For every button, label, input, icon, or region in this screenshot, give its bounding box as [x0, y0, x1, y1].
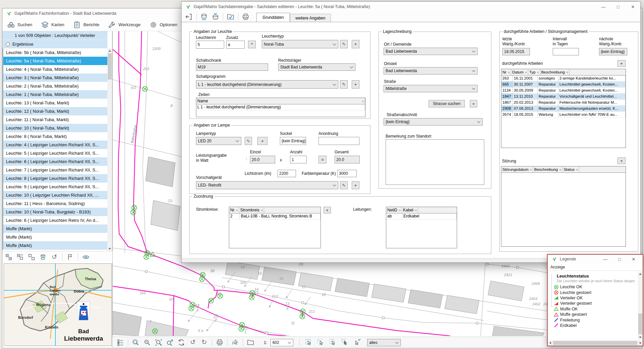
stromkreise-table[interactable]: NrStromkreis 2BaLi-10B - BaLi, Nordring,… — [229, 207, 321, 248]
scroll-down-icon[interactable] — [638, 335, 643, 340]
sort-circle-icon[interactable] — [508, 70, 510, 74]
zoom-in-icon[interactable] — [132, 339, 140, 346]
select-c-icon[interactable] — [28, 253, 35, 261]
result-list-item[interactable]: Leuchte: 4 ( Leipziger Leuchten Richard … — [2, 141, 107, 149]
undo-icon[interactable]: ↺ — [189, 339, 197, 346]
stoerung-add-button[interactable]: + — [617, 157, 626, 164]
result-list-item[interactable]: Leuchte: 8 ( Leipziger Leuchten Richard … — [2, 174, 107, 183]
scroll-up-icon[interactable] — [638, 271, 643, 276]
vorschaltgeraet-edit-button[interactable]: ✎ — [340, 181, 348, 189]
sort-circle-icon[interactable] — [576, 168, 578, 171]
sort-circle-icon[interactable] — [537, 70, 539, 74]
farbtemperatur-field[interactable]: 3000 — [337, 170, 357, 177]
results-scroll-thumb[interactable] — [108, 53, 112, 80]
leuchtentyp-combobox[interactable]: Noral-Tuba — [262, 40, 338, 48]
result-list-item[interactable]: Muffe (Markt) — [2, 225, 107, 233]
strasse-combobox[interactable]: Mittelstraße — [384, 85, 478, 92]
result-list-item[interactable]: Leuchte: 11 ( Noral-Tuba, Markt) — [2, 115, 107, 124]
cursor-dash-icon[interactable] — [317, 339, 325, 346]
redo-icon[interactable]: ↻ — [200, 339, 208, 346]
lampentyp-combobox[interactable]: LED 20 — [196, 137, 241, 145]
main-toolbar-item[interactable]: Werkzeuge — [108, 21, 141, 29]
stoerung-table[interactable]: StörungsdatumBeschreibungStatus — [501, 166, 626, 247]
info-cursor-icon[interactable]: i — [231, 339, 239, 346]
strassenabschnitt-combobox[interactable]: {kein Eintrag} — [384, 118, 483, 126]
legend-item[interactable]: Muffe gestoert — [554, 312, 634, 317]
result-list-item[interactable]: Leuchte: 10 ( Leipziger Leuchten Richard… — [2, 191, 107, 199]
result-list-item[interactable]: Leuchte: 4 ( Noral-Tuba, Mittelstraße) — [2, 65, 107, 73]
arbeiten-table[interactable]: NrDatumTypBeschreibung 26316.11.2001sons… — [501, 69, 626, 148]
legend-item[interactable]: Leuchte gestoert — [554, 290, 634, 295]
main-toolbar-item[interactable]: Karten — [41, 21, 64, 29]
zoom-rect-icon[interactable] — [155, 339, 162, 346]
strasse-suchen-button[interactable]: Strasse suchen — [429, 100, 465, 107]
result-list-item[interactable]: Leuchte: 5a ( Noral-Tuba, Mittelstraße) — [2, 57, 107, 65]
result-list-item[interactable]: Leuchte: 3 ( Noral-Tuba, Mittelstraße) — [2, 73, 107, 82]
vorschaltgeraet-add-button[interactable]: + — [352, 181, 359, 189]
sort-circle-icon[interactable] — [236, 208, 238, 212]
undo-icon[interactable]: ↺ — [51, 253, 58, 261]
schaltprogramm-edit-button[interactable]: ✎ — [340, 80, 348, 89]
letzte-wartung-field[interactable]: 18.05.2015 — [502, 48, 530, 55]
lichtstrom-field[interactable]: 2200 — [278, 170, 296, 177]
legend-item[interactable]: Leuchte OK — [554, 284, 634, 290]
selection-filter-combobox[interactable]: alles — [367, 339, 401, 346]
legend-item[interactable]: Muffe OK — [554, 306, 634, 312]
schaltschrank-field[interactable]: M19 — [196, 63, 268, 71]
db-save-icon[interactable] — [200, 13, 208, 21]
select-a-icon[interactable] — [5, 253, 12, 261]
main-toolbar-item[interactable]: Suchen — [7, 21, 32, 29]
sort-circle-icon[interactable] — [415, 208, 417, 212]
zusatz-field[interactable]: a — [226, 41, 245, 49]
leuchtentyp-edit-button[interactable]: ✎ — [340, 40, 348, 48]
dialog-minimize-button[interactable]: — — [596, 2, 611, 12]
legend-vscroll-thumb[interactable] — [638, 313, 642, 334]
vorschaltgeraet-combobox[interactable]: LED- Retrofit — [196, 181, 338, 189]
result-list-item[interactable]: Leuchte: 5 ( Leipziger Leuchten Richard … — [2, 149, 107, 157]
result-list-item[interactable]: Leuchte: 10 ( Noral-Tuba, Markt) — [2, 124, 107, 132]
sort-circle-icon[interactable] — [399, 208, 401, 212]
zeiten-table[interactable]: Name L 1 - leuchtet durchgehend (Dimmers… — [196, 98, 365, 117]
legend-list-icon[interactable] — [116, 339, 124, 346]
cursor-filled-icon[interactable] — [341, 339, 349, 346]
anzahl-field[interactable]: 1 — [290, 156, 307, 163]
scale-combobox[interactable]: 602 — [270, 339, 293, 346]
result-list-item[interactable]: Leuchte: 9 ( Leipziger Leuchten Richard … — [2, 183, 107, 191]
result-list-item[interactable]: Leuchte: 6 ( Leipziger Leuchten Retro IV… — [2, 216, 107, 225]
bemerkung-textarea[interactable] — [386, 139, 484, 185]
folder-check-icon[interactable] — [227, 13, 235, 21]
result-list-item[interactable]: Leuchte: 8 ( Noral-Tuba, Markt) — [2, 132, 107, 141]
anordnung-field[interactable] — [318, 137, 359, 145]
schaltprogramm-combobox[interactable]: L 1 - leuchtet durchgehend (Dimmersteuer… — [196, 80, 338, 89]
result-list-item[interactable]: Muffe (Markt) — [2, 233, 107, 241]
sockel-field[interactable]: {kein Eintrag} — [280, 137, 306, 145]
schaltprogramm-add-button[interactable]: + — [352, 80, 359, 89]
stromkreis-add-button[interactable]: + — [324, 207, 331, 213]
exit-left-icon[interactable] — [185, 13, 193, 21]
cursor-check-icon[interactable] — [353, 339, 361, 346]
result-list-item[interactable]: Leuchte: 5b ( Noral-Tuba, Mittelstraße) — [2, 48, 107, 57]
sort-circle-icon[interactable] — [362, 99, 364, 103]
leuchtentyp-add-button[interactable]: + — [352, 40, 359, 48]
dialog-maximize-button[interactable]: □ — [611, 2, 626, 12]
naechste-wartung-field[interactable]: {kein Eintrag} — [599, 48, 627, 55]
folder-icon[interactable] — [247, 339, 254, 346]
stromkreis-row[interactable]: 2BaLi-10B - BaLi, Nordring, Stromkreis B — [229, 213, 320, 219]
overview-map[interactable]: TheisaDobraMöglenzBurxdorfKröbelnBadLieb… — [4, 263, 112, 346]
gesamt-field[interactable]: 20.0 — [335, 156, 360, 163]
rechtstraeger-combobox[interactable]: Stadt Bad Liebenwerda — [278, 63, 355, 71]
result-list-item[interactable]: Leuchte: 7 ( Leipziger Leuchten Richard … — [2, 166, 107, 174]
tab-weitere-angaben[interactable]: weitere Angaben — [290, 14, 331, 22]
sort-circle-icon[interactable] — [559, 168, 561, 171]
sort-circle-icon[interactable] — [566, 70, 568, 74]
wildcard-button[interactable]: * — [248, 41, 256, 48]
printer-icon[interactable] — [242, 13, 250, 21]
ortsteil-combobox[interactable]: Bad Liebenwerda — [384, 67, 478, 74]
arbeiten-row[interactable]: 184713.11.2010ReparaturVorschaltgerät un… — [501, 94, 626, 100]
printer-icon[interactable] — [216, 339, 224, 346]
refresh-icon[interactable] — [178, 339, 185, 346]
dialog-close-button[interactable]: ✕ — [626, 2, 640, 12]
arbeiten-row[interactable]: 186720.02.2013ReparaturFehlersuche mit N… — [501, 100, 626, 106]
scroll-up-icon[interactable] — [107, 48, 112, 53]
scroll-right-icon[interactable] — [638, 340, 643, 346]
